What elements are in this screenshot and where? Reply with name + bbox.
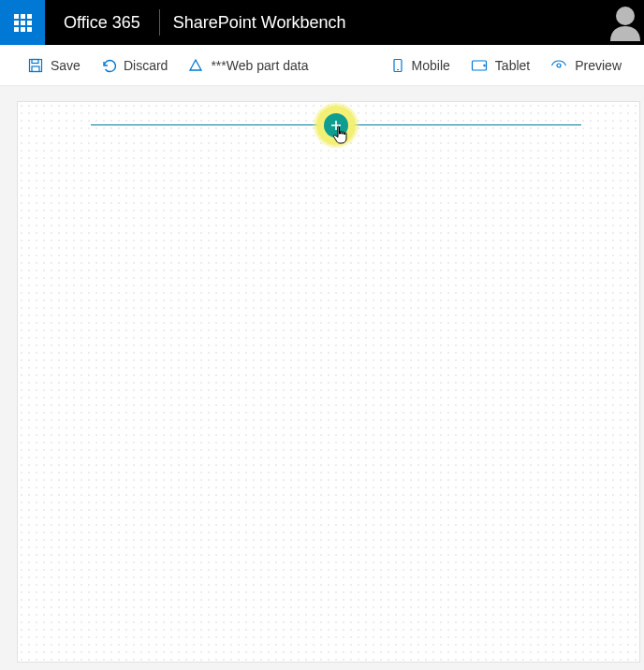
- preview-label: Preview: [575, 58, 622, 73]
- app-launcher-button[interactable]: [0, 0, 45, 45]
- discard-button[interactable]: Discard: [101, 58, 168, 73]
- webpartdata-label: ***Web part data: [211, 58, 308, 73]
- svg-point-8: [557, 64, 561, 67]
- mobile-label: Mobile: [412, 58, 450, 73]
- waffle-icon: [14, 14, 32, 32]
- workspace: [0, 86, 644, 670]
- mobile-button[interactable]: Mobile: [391, 58, 450, 73]
- tablet-button[interactable]: Tablet: [471, 58, 530, 73]
- suite-header: Office 365 SharePoint Workbench: [0, 0, 644, 45]
- preview-button[interactable]: Preview: [550, 58, 622, 73]
- discard-label: Discard: [124, 58, 168, 73]
- mobile-icon: [391, 58, 404, 73]
- tablet-label: Tablet: [495, 58, 530, 73]
- svg-point-0: [616, 7, 635, 25]
- canvas[interactable]: [17, 101, 640, 663]
- save-icon: [28, 58, 43, 73]
- plus-icon: [324, 113, 348, 138]
- add-webpart-button[interactable]: [313, 102, 359, 149]
- user-avatar[interactable]: [607, 0, 644, 45]
- insert-zone-line[interactable]: [91, 124, 581, 125]
- triangle-icon: [188, 58, 203, 73]
- page-title: SharePoint Workbench: [160, 13, 359, 33]
- save-button[interactable]: Save: [28, 58, 80, 73]
- suite-name[interactable]: Office 365: [45, 13, 159, 33]
- person-icon: [608, 4, 642, 41]
- command-bar: Save Discard ***Web part data Mobile: [0, 45, 644, 86]
- svg-point-7: [484, 65, 485, 66]
- undo-icon: [101, 58, 116, 73]
- tablet-icon: [471, 58, 488, 73]
- eye-icon: [550, 58, 567, 73]
- svg-rect-3: [32, 66, 39, 72]
- save-label: Save: [51, 58, 80, 73]
- webpartdata-button[interactable]: ***Web part data: [188, 58, 308, 73]
- svg-rect-2: [32, 59, 38, 63]
